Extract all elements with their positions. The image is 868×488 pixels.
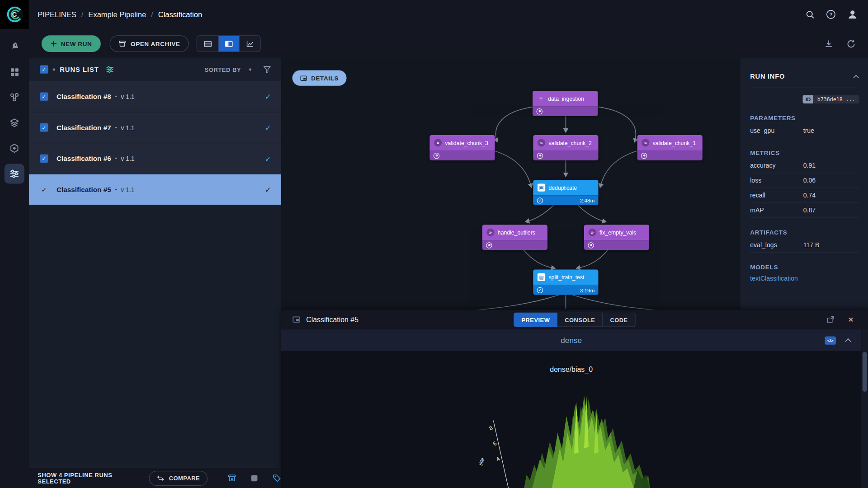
open-archive-button[interactable]: OPEN ARCHIVE xyxy=(110,35,189,52)
breadcrumb: PIPELINES / Example Pipeline / Classific… xyxy=(38,10,202,19)
metric-value: 0.87 xyxy=(803,207,816,214)
compare-button[interactable]: COMPARE xyxy=(149,470,208,485)
nav-models-icon[interactable] xyxy=(5,138,24,158)
run-name: Classification #5 xyxy=(57,186,111,193)
split-view-toggle[interactable] xyxy=(218,36,240,52)
nav-dashboard-icon[interactable] xyxy=(5,37,24,56)
breadcrumb-project[interactable]: Example Pipeline xyxy=(88,10,146,19)
dot-separator: • xyxy=(115,155,117,161)
metric-row: mAP 0.87 xyxy=(750,203,859,218)
dag-node-validate-chunk-1[interactable]: validate_chunk_1 xyxy=(637,135,702,160)
auto-refresh-icon[interactable] xyxy=(846,39,856,48)
view-toggle-group xyxy=(197,35,261,52)
tab-console[interactable]: CONSOLE xyxy=(557,312,603,327)
abort-icon[interactable] xyxy=(251,474,258,482)
param-value: true xyxy=(803,127,814,134)
node-label: data_ingestion xyxy=(548,95,584,101)
nav-projects-icon[interactable] xyxy=(5,62,24,82)
preview-panel: Classification #5 PREVIEW CONSOLE CODE d… xyxy=(281,310,868,488)
nav-reports-icon[interactable] xyxy=(5,113,24,133)
surface-3d-plot[interactable]: 8 6 4 title xyxy=(473,382,661,488)
details-button[interactable]: DETAILS xyxy=(292,70,347,86)
id-value: b736de18 ... xyxy=(813,95,859,103)
collapse-chevron-icon[interactable] xyxy=(853,75,859,79)
run-list-item[interactable]: Classification #7 • v 1.1 xyxy=(29,113,281,143)
run-name: Classification #8 xyxy=(57,93,111,100)
axis-tick: 6 xyxy=(492,440,498,447)
tab-preview[interactable]: PREVIEW xyxy=(514,312,557,327)
metric-group-header[interactable]: dense xyxy=(281,330,861,351)
dag-node-deduplicate[interactable]: deduplicate 2:48m xyxy=(533,180,598,205)
node-label: split_train_test xyxy=(548,274,584,280)
run-checkbox[interactable] xyxy=(40,155,48,163)
preview-run-title: Classification #5 xyxy=(306,315,359,324)
run-list-item[interactable]: Classification #6 • v 1.1 xyxy=(29,143,281,174)
plot-area[interactable]: dense/bias_0 8 6 4 title xyxy=(281,351,861,488)
status-completed-icon xyxy=(537,108,542,114)
param-label: use_gpu xyxy=(750,127,803,134)
model-link[interactable]: textClassification xyxy=(750,275,859,282)
details-icon xyxy=(300,75,307,82)
sorted-by-label: SORTED BY xyxy=(205,66,241,73)
run-list-item-selected[interactable]: Classification #5 • v 1.1 xyxy=(29,174,281,205)
chart-view-icon xyxy=(246,40,254,48)
compare-icon xyxy=(157,474,165,482)
artifact-value: 117 B xyxy=(803,242,820,249)
clearml-logo-icon: C xyxy=(5,5,24,24)
metric-label: loss xyxy=(750,177,803,184)
parameter-row: use_gpu true xyxy=(750,123,859,138)
runs-list-panel: RUNS LIST SORTED BY Classification #8 • … xyxy=(29,58,281,468)
archive-selected-icon[interactable] xyxy=(227,474,236,483)
status-completed-icon xyxy=(588,242,594,248)
download-icon[interactable] xyxy=(824,39,833,48)
selection-count-text[interactable]: SHOW 4 PIPELINE RUNS SELECTED xyxy=(38,471,137,484)
nav-pipelines-icon[interactable] xyxy=(5,164,24,183)
run-list-item[interactable]: Classification #8 • v 1.1 xyxy=(29,81,281,112)
collapse-section-chevron-icon[interactable] xyxy=(845,338,852,343)
breadcrumb-pipelines[interactable]: PIPELINES xyxy=(38,10,76,19)
pipeline-dag-canvas[interactable]: DETAILS xyxy=(281,58,868,310)
sorted-by-dropdown[interactable]: SORTED BY xyxy=(205,66,252,73)
axis-tick: 8 xyxy=(488,425,494,432)
dag-node-fix-empty-vals[interactable]: fix_empty_vals xyxy=(584,225,649,250)
search-icon[interactable] xyxy=(806,9,815,19)
dag-node-handle-outliers[interactable]: handle_outliers xyxy=(482,225,547,250)
run-checkbox[interactable] xyxy=(40,185,48,193)
run-info-title: RUN INFO xyxy=(750,72,785,80)
filter-icon[interactable] xyxy=(263,65,271,73)
run-id-badge[interactable]: ID b736de18 ... xyxy=(750,95,859,103)
nav-datasets-icon[interactable] xyxy=(5,87,24,107)
select-all-checkbox[interactable] xyxy=(40,65,48,73)
scrollbar-thumb[interactable] xyxy=(863,352,867,392)
selection-caret-icon[interactable] xyxy=(52,66,55,72)
embed-code-icon[interactable] xyxy=(825,336,835,344)
status-completed-icon xyxy=(537,152,543,158)
account-avatar-icon[interactable] xyxy=(847,9,858,20)
dag-node-data-ingestion[interactable]: data_ingestion xyxy=(533,91,598,116)
close-panel-icon[interactable] xyxy=(848,315,854,324)
panel-scrollbar[interactable] xyxy=(861,330,868,488)
tab-code[interactable]: CODE xyxy=(603,312,635,327)
details-label: DETAILS xyxy=(311,75,339,81)
chart-view-toggle[interactable] xyxy=(239,36,260,52)
run-checkbox[interactable] xyxy=(40,123,48,131)
preview-icon xyxy=(292,315,301,324)
dag-node-validate-chunk-3[interactable]: validate_chunk_3 xyxy=(429,135,495,160)
dag-node-split-train-test[interactable]: split_train_test 3:19m xyxy=(533,269,598,295)
tags-icon[interactable] xyxy=(272,474,281,483)
table-view-toggle[interactable] xyxy=(197,36,218,52)
run-status-check-icon xyxy=(265,122,271,132)
circle-chevron-icon xyxy=(589,229,596,236)
node-label: fix_empty_vals xyxy=(599,230,636,235)
expand-panel-icon[interactable] xyxy=(826,315,835,324)
app-logo[interactable]: C xyxy=(0,0,29,29)
run-checkbox[interactable] xyxy=(40,92,48,100)
node-label: deduplicate xyxy=(548,184,577,190)
list-settings-icon[interactable] xyxy=(105,65,113,73)
dag-node-validate-chunk-2[interactable]: validate_chunk_2 xyxy=(533,135,598,160)
help-icon[interactable]: ? xyxy=(826,9,836,19)
new-run-button[interactable]: NEW RUN xyxy=(42,35,101,52)
node-time: 3:19m xyxy=(580,287,594,293)
node-label: validate_chunk_3 xyxy=(445,140,488,145)
runs-list-title: RUNS LIST xyxy=(60,66,99,73)
